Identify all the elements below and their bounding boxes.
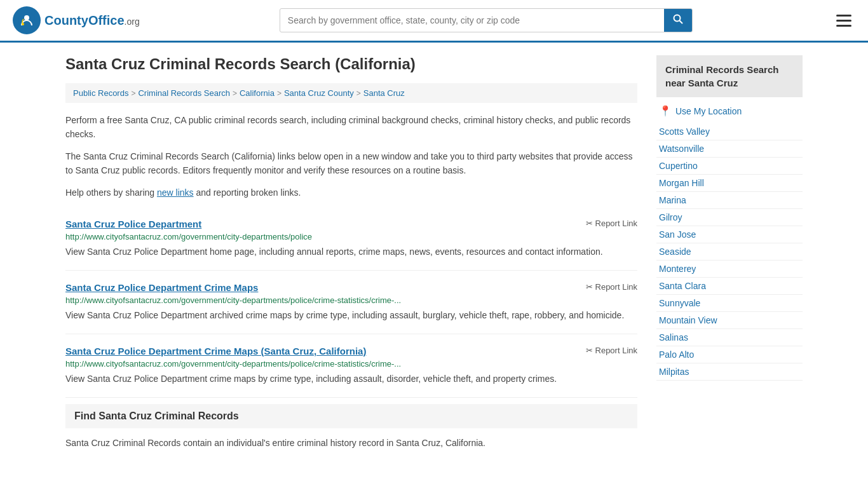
report-icon-3: ✂ bbox=[586, 346, 593, 355]
sidebar-link-12[interactable]: Salinas bbox=[656, 329, 803, 346]
result-header-2: Santa Cruz Police Department Crime Maps … bbox=[65, 282, 637, 293]
sidebar-link-2[interactable]: Cupertino bbox=[656, 158, 803, 175]
sidebar-link-4[interactable]: Marina bbox=[656, 192, 803, 209]
result-desc-3: View Santa Cruz Police Department crime … bbox=[65, 372, 637, 386]
menu-button[interactable] bbox=[832, 11, 855, 30]
description-2: The Santa Cruz Criminal Records Search (… bbox=[65, 149, 637, 178]
sidebar-link-3[interactable]: Morgan Hill bbox=[656, 175, 803, 192]
result-url-3[interactable]: http://www.cityofsantacruz.com/governmen… bbox=[65, 359, 637, 369]
result-desc-1: View Santa Cruz Police Department home p… bbox=[65, 245, 637, 259]
search-button[interactable] bbox=[664, 9, 692, 32]
sidebar-links-list: Scotts Valley Watsonville Cupertino Morg… bbox=[656, 123, 803, 381]
search-bar bbox=[280, 8, 693, 32]
sidebar-heading: Criminal Records Search near Santa Cruz bbox=[656, 55, 803, 97]
description-1: Perform a free Santa Cruz, CA public cri… bbox=[65, 113, 637, 142]
logo-area: CountyOffice.org bbox=[13, 6, 140, 34]
new-links-link[interactable]: new links bbox=[157, 187, 194, 198]
report-link-3[interactable]: ✂ Report Link bbox=[586, 346, 637, 355]
sidebar-link-10[interactable]: Sunnyvale bbox=[656, 295, 803, 312]
breadcrumb-california[interactable]: California bbox=[240, 88, 275, 98]
breadcrumb-sep-4: > bbox=[356, 89, 361, 98]
svg-point-3 bbox=[674, 15, 680, 22]
breadcrumb-sep-3: > bbox=[277, 89, 281, 98]
svg-line-4 bbox=[679, 21, 682, 24]
breadcrumb-criminal-records[interactable]: Criminal Records Search bbox=[138, 88, 230, 98]
breadcrumb-sep: > bbox=[131, 89, 135, 98]
sidebar-link-5[interactable]: Gilroy bbox=[656, 209, 803, 226]
section-heading: Find Santa Cruz Criminal Records bbox=[65, 404, 637, 428]
result-title-1[interactable]: Santa Cruz Police Department bbox=[65, 219, 201, 229]
content-area: Santa Cruz Criminal Records Search (Cali… bbox=[65, 55, 637, 450]
result-title-3[interactable]: Santa Cruz Police Department Crime Maps … bbox=[65, 346, 366, 356]
result-title-2[interactable]: Santa Cruz Police Department Crime Maps bbox=[65, 282, 258, 293]
result-card-1: Santa Cruz Police Department ✂ Report Li… bbox=[65, 207, 637, 271]
section-desc: Santa Cruz Criminal Records contain an i… bbox=[65, 436, 637, 450]
result-card-3: Santa Cruz Police Department Crime Maps … bbox=[65, 334, 637, 398]
breadcrumb-santa-cruz[interactable]: Santa Cruz bbox=[363, 88, 405, 98]
sidebar-link-9[interactable]: Santa Clara bbox=[656, 278, 803, 295]
location-pin-icon: 📍 bbox=[659, 105, 672, 117]
result-header-3: Santa Cruz Police Department Crime Maps … bbox=[65, 346, 637, 356]
search-icon bbox=[673, 15, 683, 26]
svg-point-1 bbox=[24, 15, 29, 20]
description-3: Help others by sharing new links and rep… bbox=[65, 186, 637, 200]
sidebar-link-13[interactable]: Palo Alto bbox=[656, 346, 803, 363]
breadcrumb: Public Records > Criminal Records Search… bbox=[65, 83, 637, 103]
report-link-2[interactable]: ✂ Report Link bbox=[586, 282, 637, 292]
main-container: Santa Cruz Criminal Records Search (Cali… bbox=[53, 43, 815, 463]
report-icon-2: ✂ bbox=[586, 282, 593, 292]
sidebar-link-0[interactable]: Scotts Valley bbox=[656, 123, 803, 140]
report-link-1[interactable]: ✂ Report Link bbox=[586, 219, 637, 228]
logo-icon bbox=[13, 6, 41, 34]
header: CountyOffice.org bbox=[0, 0, 868, 43]
use-location-link[interactable]: Use My Location bbox=[675, 106, 742, 116]
breadcrumb-santa-cruz-county[interactable]: Santa Cruz County bbox=[284, 88, 354, 98]
result-desc-2: View Santa Cruz Police Department archiv… bbox=[65, 309, 637, 322]
sidebar-link-7[interactable]: Seaside bbox=[656, 243, 803, 261]
result-card-2: Santa Cruz Police Department Crime Maps … bbox=[65, 271, 637, 334]
sidebar-link-8[interactable]: Monterey bbox=[656, 261, 803, 278]
sidebar-link-1[interactable]: Watsonville bbox=[656, 140, 803, 158]
logo-text: CountyOffice.org bbox=[44, 13, 140, 28]
sidebar: Criminal Records Search near Santa Cruz … bbox=[656, 55, 803, 450]
search-input[interactable] bbox=[280, 10, 664, 30]
report-icon-1: ✂ bbox=[586, 219, 593, 228]
result-url-2[interactable]: http://www.cityofsantacruz.com/governmen… bbox=[65, 295, 637, 305]
svg-point-2 bbox=[22, 23, 24, 25]
sidebar-link-6[interactable]: San Jose bbox=[656, 226, 803, 243]
use-my-location[interactable]: 📍 Use My Location bbox=[656, 105, 803, 117]
page-title: Santa Cruz Criminal Records Search (Cali… bbox=[65, 55, 637, 73]
result-url-1[interactable]: http://www.cityofsantacruz.com/governmen… bbox=[65, 232, 637, 241]
sidebar-link-14[interactable]: Milpitas bbox=[656, 363, 803, 381]
breadcrumb-sep-2: > bbox=[233, 89, 237, 98]
breadcrumb-public-records[interactable]: Public Records bbox=[73, 88, 128, 98]
result-header-1: Santa Cruz Police Department ✂ Report Li… bbox=[65, 219, 637, 229]
sidebar-link-11[interactable]: Mountain View bbox=[656, 312, 803, 329]
